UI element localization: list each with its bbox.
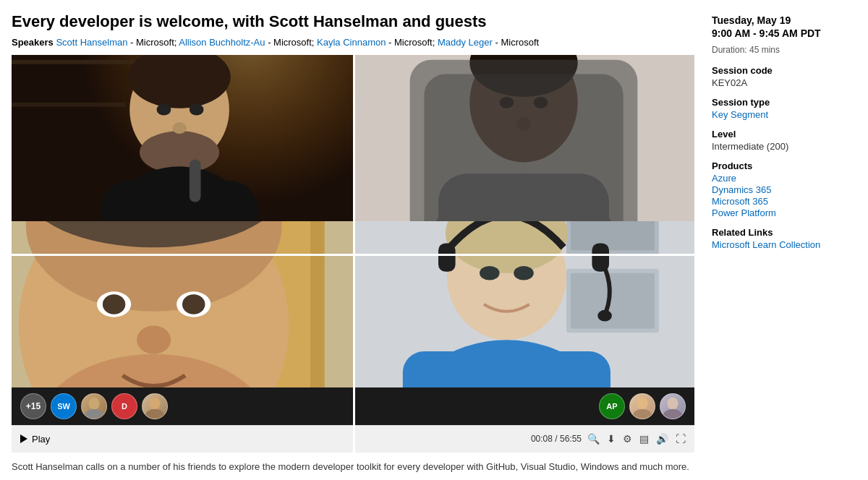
svg-point-33 xyxy=(103,294,125,314)
time-total: 56:55 xyxy=(560,434,582,444)
svg-rect-8 xyxy=(101,181,258,221)
avatar-ap[interactable]: AP xyxy=(599,393,625,419)
sidebar: Tuesday, May 19 9:00 AM - 9:45 AM PDT Du… xyxy=(712,12,856,473)
description: Scott Hanselman calls on a number of his… xyxy=(12,460,694,474)
speakers-line: Speakers Scott Hanselman - Microsoft; Al… xyxy=(12,37,694,48)
sidebar-level-label: Level xyxy=(712,129,856,140)
time-separator: / xyxy=(555,434,560,444)
video-cell-tl[interactable] xyxy=(12,55,353,221)
svg-point-59 xyxy=(663,408,682,419)
speaker-maddy[interactable]: Maddy Leger xyxy=(438,37,493,48)
sidebar-section-products: Products Azure Dynamics 365 Microsoft 36… xyxy=(712,160,856,218)
svg-point-52 xyxy=(88,397,99,409)
play-icon xyxy=(20,434,27,443)
avatar-photo-4[interactable] xyxy=(660,393,686,419)
speaker-kayla[interactable]: Kayla Cinnamon xyxy=(317,37,386,48)
control-icons: 🔍 ⬇ ⚙ ▤ 🔊 ⛶ xyxy=(587,433,686,445)
video-player: +15 SW D AP xyxy=(12,55,694,453)
svg-rect-42 xyxy=(571,273,655,328)
sidebar-product-dynamics[interactable]: Dynamics 365 xyxy=(712,184,856,195)
svg-point-58 xyxy=(667,397,678,409)
sidebar-time: 9:00 AM - 9:45 AM PDT xyxy=(712,27,856,39)
svg-rect-40 xyxy=(571,221,655,250)
speaker-scott-org: - Microsoft; xyxy=(130,37,179,48)
page-container: Every developer is welcome, with Scott H… xyxy=(0,0,868,480)
sidebar-section-type: Session type Key Segment xyxy=(712,97,856,120)
speaker-scott[interactable]: Scott Hanselman xyxy=(56,37,127,48)
video-cell-br[interactable] xyxy=(353,221,694,387)
video-cell-bl[interactable] xyxy=(12,221,353,387)
sidebar-type-link[interactable]: Key Segment xyxy=(712,109,856,120)
svg-rect-3 xyxy=(12,102,125,106)
sidebar-learn-link[interactable]: Microsoft Learn Collection xyxy=(712,239,856,250)
video-scene-bl xyxy=(12,221,353,387)
time-current: 00:08 xyxy=(531,434,553,444)
search-icon[interactable]: 🔍 xyxy=(587,433,600,445)
svg-point-48 xyxy=(480,265,500,280)
svg-point-10 xyxy=(190,103,204,115)
svg-point-9 xyxy=(157,103,171,115)
speaker-allison-org: - Microsoft; xyxy=(268,37,317,48)
play-button[interactable]: Play xyxy=(20,434,50,445)
svg-point-35 xyxy=(182,294,205,314)
video-scene-tl xyxy=(12,55,353,221)
play-label: Play xyxy=(32,434,50,445)
sidebar-code-label: Session code xyxy=(712,65,856,76)
sidebar-date: Tuesday, May 19 xyxy=(712,14,856,26)
svg-point-47 xyxy=(597,309,612,321)
download-icon[interactable]: ⬇ xyxy=(607,433,616,445)
svg-rect-51 xyxy=(403,351,610,387)
sidebar-products-label: Products xyxy=(712,160,856,171)
avatar-plus-count[interactable]: +15 xyxy=(20,393,46,419)
sidebar-duration: Duration: 45 mins xyxy=(712,45,856,55)
speaker-allison[interactable]: Allison Buchholtz-Au xyxy=(179,37,265,48)
video-cell-tr[interactable] xyxy=(353,55,694,221)
svg-rect-45 xyxy=(438,243,456,271)
svg-point-55 xyxy=(145,408,164,419)
captions-icon[interactable]: ▤ xyxy=(639,433,649,445)
avatar-photo-1[interactable] xyxy=(81,393,107,419)
sidebar-section-links: Related Links Microsoft Learn Collection xyxy=(712,227,856,250)
avatar-photo-2[interactable] xyxy=(142,393,168,419)
svg-rect-23 xyxy=(424,74,623,221)
sidebar-type-label: Session type xyxy=(712,97,856,108)
sidebar-product-power[interactable]: Power Platform xyxy=(712,207,856,218)
settings-icon[interactable]: ⚙ xyxy=(623,433,632,445)
svg-point-56 xyxy=(637,397,647,409)
svg-point-57 xyxy=(633,408,652,419)
avatar-sw[interactable]: SW xyxy=(51,393,77,419)
video-scene-tr xyxy=(353,55,694,221)
svg-point-54 xyxy=(149,397,160,409)
speakers-label: Speakers xyxy=(12,37,54,48)
sidebar-product-m365[interactable]: Microsoft 365 xyxy=(712,196,856,207)
sidebar-code-value: KEY02A xyxy=(712,77,856,88)
volume-icon[interactable]: 🔊 xyxy=(656,433,668,445)
speaker-maddy-org: - Microsoft xyxy=(495,37,539,48)
sidebar-section-level: Level Intermediate (200) xyxy=(712,129,856,152)
avatar-photo-3[interactable] xyxy=(629,393,655,419)
svg-rect-12 xyxy=(190,159,201,202)
svg-point-49 xyxy=(514,265,534,280)
svg-point-11 xyxy=(172,122,187,134)
svg-rect-2 xyxy=(12,59,154,64)
speaker-kayla-org: - Microsoft; xyxy=(388,37,438,48)
sidebar-section-code: Session code KEY02A xyxy=(712,65,856,88)
svg-point-53 xyxy=(85,408,103,419)
sidebar-product-azure[interactable]: Azure xyxy=(712,173,856,184)
svg-point-36 xyxy=(137,325,171,353)
sidebar-links-label: Related Links xyxy=(712,227,856,238)
page-title: Every developer is welcome, with Scott H… xyxy=(12,12,694,33)
video-scene-br xyxy=(353,221,694,387)
avatar-d[interactable]: D xyxy=(111,393,137,419)
fullscreen-icon[interactable]: ⛶ xyxy=(676,433,686,445)
video-divider-vertical xyxy=(353,55,355,453)
time-display: 00:08 / 56:55 xyxy=(531,434,582,444)
speakers-text: Scott Hanselman - Microsoft; Allison Buc… xyxy=(56,37,539,48)
sidebar-level-value: Intermediate (200) xyxy=(712,141,856,152)
main-content: Every developer is welcome, with Scott H… xyxy=(12,12,694,473)
